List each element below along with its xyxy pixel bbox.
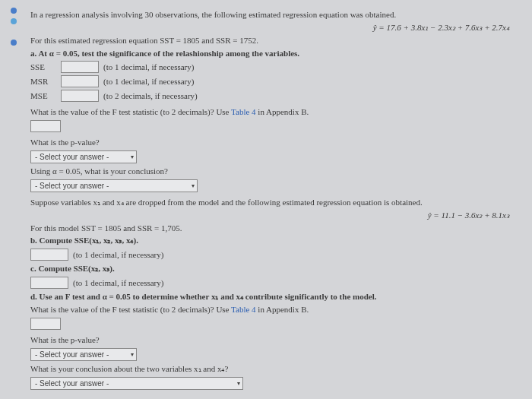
f-stat-input[interactable] <box>30 120 61 132</box>
msr-hint: (to 1 decimal, if necessary) <box>103 77 194 86</box>
sse-hint: (to 1 decimal, if necessary) <box>103 62 194 71</box>
mse-input[interactable] <box>61 90 99 102</box>
pvalue-select[interactable]: - Select your answer - ▾ <box>30 150 137 163</box>
table-4-link[interactable]: Table 4 <box>231 107 256 116</box>
for-model-text: For this model SST = 1805 and SSR = 1,70… <box>30 223 517 234</box>
sse-b-input[interactable] <box>30 249 68 261</box>
mse-label: MSE <box>30 91 56 100</box>
b-hint: (to 1 decimal, if necessary) <box>73 250 163 259</box>
sse-input[interactable] <box>61 61 99 73</box>
part-d-text: d. Use an F test and α = 0.05 to determi… <box>30 291 517 302</box>
part-c-text: c. Compute SSE(x₂, x₃). <box>30 263 517 274</box>
pvalue-question: What is the p-value? <box>30 137 517 148</box>
bullet-icon <box>11 40 17 46</box>
intro-text: In a regression analysis involving 30 ob… <box>30 9 517 21</box>
f-stat-question: What is the value of the F test statisti… <box>30 106 517 118</box>
chevron-down-icon: ▾ <box>192 182 195 189</box>
equation-2: ŷ = 11.1 − 3.6x₂ + 8.1x₃ <box>30 210 517 221</box>
equation-1: ŷ = 17.6 + 3.8x₁ − 2.3x₂ + 7.6x₃ + 2.7x₄ <box>30 22 517 33</box>
pvalue-select-2[interactable]: - Select your answer - ▾ <box>30 348 137 361</box>
conclusion-select[interactable]: - Select your answer - ▾ <box>30 179 198 192</box>
select-text: - Select your answer - <box>35 379 109 388</box>
bullet-icon <box>11 8 17 14</box>
table-4-link-2[interactable]: Table 4 <box>231 305 256 314</box>
chevron-down-icon: ▾ <box>237 380 240 387</box>
pvalue-question-2: What is the p-value? <box>30 334 517 346</box>
select-text: - Select your answer - <box>35 153 109 161</box>
chevron-down-icon: ▾ <box>131 154 134 160</box>
part-a-text: a. At α = 0.05, test the significance of… <box>30 48 517 59</box>
conclusion-select-2[interactable]: - Select your answer - ▾ <box>30 377 243 390</box>
f-stat-input-2[interactable] <box>30 318 61 330</box>
sse-c-input[interactable] <box>30 277 68 289</box>
f-q-text: What is the value of the F test statisti… <box>30 107 231 116</box>
f-stat-question-2: What is the value of the F test statisti… <box>30 304 517 315</box>
bullet-icon <box>11 18 17 24</box>
appendix-text-2: in Appendix B. <box>256 305 309 314</box>
msr-input[interactable] <box>61 75 99 87</box>
using-alpha-text: Using α = 0.05, what is your conclusion? <box>30 166 517 177</box>
mse-hint: (to 2 decimals, if necessary) <box>103 91 198 100</box>
c-hint: (to 1 decimal, if necessary) <box>73 278 163 287</box>
select-text: - Select your answer - <box>35 182 109 190</box>
sst-ssr-text: For this estimated regression equation S… <box>30 35 517 46</box>
suppose-text: Suppose variables x₁ and x₄ are dropped … <box>30 197 517 208</box>
chevron-down-icon: ▾ <box>131 351 134 358</box>
f-q2-text: What is the value of the F test statisti… <box>30 305 231 314</box>
appendix-text: in Appendix B. <box>256 107 309 116</box>
msr-label: MSR <box>30 77 56 86</box>
part-b-text: b. Compute SSE(x₁, x₂, x₃, x₄). <box>30 235 517 246</box>
sse-label: SSE <box>30 62 56 71</box>
select-text: - Select your answer - <box>35 350 109 359</box>
conclusion-question: What is your conclusion about the two va… <box>30 363 517 375</box>
